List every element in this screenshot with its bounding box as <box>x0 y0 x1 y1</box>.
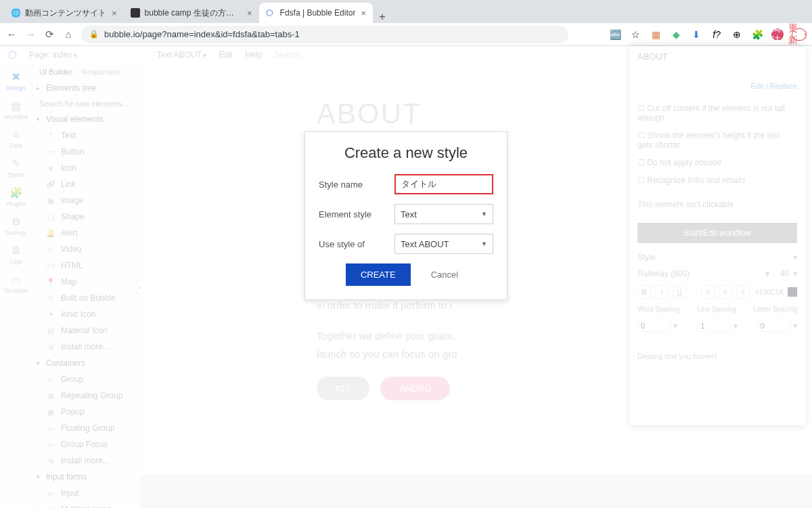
address-bar[interactable]: 🔒 bubble.io/page?name=index&id=fdsfa&tab… <box>81 26 568 43</box>
ext-badge[interactable]: 萬法 <box>771 28 784 41</box>
close-icon[interactable]: × <box>361 8 366 18</box>
back-button[interactable]: ← <box>5 28 18 40</box>
use-style-label: Use style of <box>319 239 394 249</box>
cancel-button[interactable]: Cancel <box>423 263 466 286</box>
use-style-select[interactable]: Text ABOUT▼ <box>394 234 493 254</box>
close-icon[interactable]: × <box>247 8 252 18</box>
reload-button[interactable]: ⟳ <box>43 28 55 41</box>
element-style-select[interactable]: Text▼ <box>394 204 493 224</box>
extension-icons: 🔤 ☆ ▦ ◆ ⬇ f? ⊕ 🧩 萬法 更新⋮ <box>609 28 807 41</box>
tab-title: Fdsfa | Bubble Editor <box>280 8 356 18</box>
forward-button[interactable]: → <box>24 28 37 40</box>
modal-title: Create a new style <box>319 144 493 162</box>
url-text: bubble.io/page?name=index&id=fdsfa&tab=t… <box>104 29 300 39</box>
ext-icon[interactable]: ⬇ <box>690 28 702 41</box>
browser-tab-1[interactable]: bubble camp 生徒の方々からい… × <box>124 3 259 23</box>
chevron-down-icon: ▼ <box>481 240 487 247</box>
browser-tabs: 🌐 動画コンテンツサイト × bubble camp 生徒の方々からい… × ⬡… <box>0 0 812 23</box>
create-button[interactable]: CREATE <box>346 263 411 286</box>
tab-title: bubble camp 生徒の方々からい… <box>145 7 242 19</box>
create-style-modal: Create a new style Style name タイトル Eleme… <box>304 131 508 300</box>
browser-tab-2[interactable]: ⬡ Fdsfa | Bubble Editor × <box>259 3 373 23</box>
star-icon[interactable]: ☆ <box>629 28 641 41</box>
bubble-icon: ⬡ <box>266 8 275 18</box>
browser-toolbar: ← → ⟳ ⌂ 🔒 bubble.io/page?name=index&id=f… <box>0 23 812 46</box>
chevron-down-icon: ▼ <box>481 211 487 217</box>
style-name-input[interactable]: タイトル <box>394 174 493 194</box>
ext-icon[interactable]: ▦ <box>650 28 662 41</box>
site-icon <box>131 8 140 18</box>
element-style-label: Element style <box>319 209 394 219</box>
close-icon[interactable]: × <box>112 8 117 18</box>
browser-tab-0[interactable]: 🌐 動画コンテンツサイト × <box>4 3 124 23</box>
home-button[interactable]: ⌂ <box>62 28 74 40</box>
extensions-icon[interactable]: 🧩 <box>751 28 763 41</box>
ext-icon[interactable]: ⊕ <box>731 28 743 41</box>
globe-icon: 🌐 <box>11 8 20 18</box>
new-tab-button[interactable]: + <box>373 11 392 23</box>
lock-icon: 🔒 <box>89 30 99 39</box>
ext-icon[interactable]: f? <box>710 28 723 41</box>
ext-icon[interactable]: ◆ <box>670 28 682 41</box>
translate-icon[interactable]: 🔤 <box>609 28 621 41</box>
bubble-editor: ⬡ Page: index Text ABOUT Edit Help Searc… <box>0 46 812 508</box>
style-name-label: Style name <box>319 179 394 190</box>
update-button[interactable]: 更新⋮ <box>792 28 807 41</box>
tab-title: 動画コンテンツサイト <box>25 7 106 19</box>
